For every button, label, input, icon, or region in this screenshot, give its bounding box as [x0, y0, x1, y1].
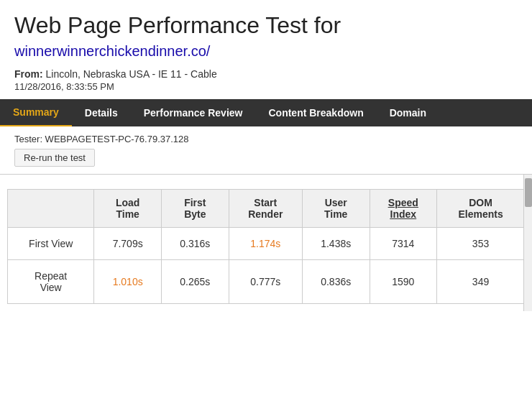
table-row: First View 7.709s 0.316s 1.174s 1.438s 7…	[8, 228, 525, 260]
repeat-view-first-byte: 0.265s	[162, 260, 229, 304]
timestamp: 11/28/2016, 8:33:55 PM	[14, 81, 518, 92]
col-header-speed-index[interactable]: SpeedIndex	[370, 190, 437, 228]
performance-table: LoadTime FirstByte StartRender UserTime …	[7, 189, 525, 304]
rerun-button[interactable]: Re-run the test	[14, 149, 95, 167]
repeat-view-load-time: 1.010s	[94, 260, 162, 304]
page-title: Web Page Performance Test for	[14, 11, 518, 39]
repeat-view-dom-elements: 349	[437, 260, 525, 304]
repeat-view-user-time: 0.836s	[302, 260, 370, 304]
table-row: RepeatView 1.010s 0.265s 0.777s 0.836s 1…	[8, 260, 525, 304]
nav-item-content-breakdown[interactable]: Content Breakdown	[255, 99, 376, 126]
table-section: LoadTime FirstByte StartRender UserTime …	[0, 175, 532, 311]
from-info: From: Lincoln, Nebraska USA - IE 11 - Ca…	[14, 68, 518, 80]
first-view-user-time: 1.438s	[302, 228, 370, 260]
scroll-thumb	[525, 178, 532, 207]
col-header-start-render: StartRender	[229, 190, 302, 228]
row-label-repeat-view: RepeatView	[8, 260, 94, 304]
nav-item-domain[interactable]: Domain	[377, 99, 439, 126]
tester-text: Tester: WEBPAGETEST-PC-76.79.37.128	[14, 134, 518, 144]
table-corner	[8, 190, 94, 228]
site-url-link[interactable]: winnerwinnerchickendinner.co/	[14, 43, 518, 60]
header-section: Web Page Performance Test for winnerwinn…	[0, 0, 532, 99]
col-header-first-byte: FirstByte	[162, 190, 229, 228]
nav-item-summary[interactable]: Summary	[0, 99, 72, 126]
first-view-start-render: 1.174s	[229, 228, 302, 260]
nav-item-details[interactable]: Details	[72, 99, 131, 126]
row-label-first-view: First View	[8, 228, 94, 260]
first-view-load-time: 7.709s	[94, 228, 162, 260]
col-header-load-time: LoadTime	[94, 190, 162, 228]
tester-section: Tester: WEBPAGETEST-PC-76.79.37.128 Re-r…	[0, 126, 532, 175]
scrollbar[interactable]	[523, 175, 532, 311]
repeat-view-speed-index: 1590	[370, 260, 437, 304]
repeat-view-start-render: 0.777s	[229, 260, 302, 304]
first-view-first-byte: 0.316s	[162, 228, 229, 260]
col-header-dom-elements: DOMElements	[437, 190, 525, 228]
nav-item-performance-review[interactable]: Performance Review	[131, 99, 256, 126]
first-view-dom-elements: 353	[437, 228, 525, 260]
nav-bar: Summary Details Performance Review Conte…	[0, 99, 532, 126]
col-header-user-time: UserTime	[302, 190, 370, 228]
first-view-speed-index: 7314	[370, 228, 437, 260]
